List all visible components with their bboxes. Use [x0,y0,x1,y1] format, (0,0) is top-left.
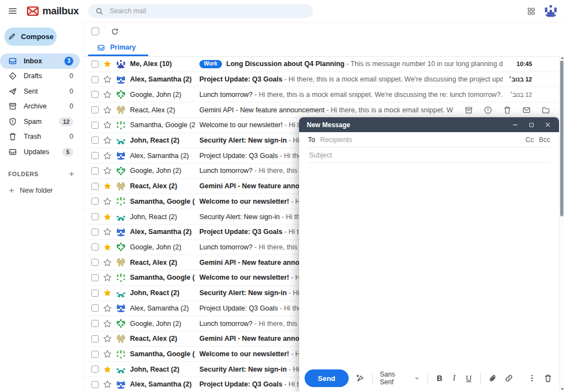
sidebar-item-sent[interactable]: Sent0 [0,84,80,99]
recipients-input[interactable] [319,135,522,144]
bold-button[interactable]: B [435,374,444,383]
delete-icon[interactable] [503,106,512,115]
row-checkbox[interactable] [91,351,99,358]
row-checkbox[interactable] [91,335,99,342]
row-checkbox[interactable] [91,91,99,98]
sidebar-item-inbox[interactable]: Inbox3 [0,53,80,69]
pen-sparkle-icon[interactable] [356,374,365,383]
row-checkbox[interactable] [91,290,99,297]
report-spam-icon[interactable] [484,106,492,115]
scroll-down-arrow[interactable] [561,388,564,390]
close-icon[interactable] [544,121,551,128]
sidebar-item-trash[interactable]: Trash0 [0,129,80,145]
add-folder-icon[interactable] [68,171,75,177]
sidebar-item-archive[interactable]: Archive0 [0,99,80,115]
sidebar-item-label: Sent [24,88,38,95]
sidebar-item-drafts[interactable]: Drafts0 [0,69,80,84]
search-input[interactable] [109,7,306,15]
email-subject: Security Alert: New sign-in [199,213,280,221]
row-checkbox[interactable] [91,381,99,388]
row-checkbox[interactable] [91,228,99,236]
row-checkbox[interactable] [91,304,99,312]
more-options-icon[interactable] [528,374,536,383]
sidebar-item-label: Drafts [24,72,42,80]
row-checkbox[interactable] [91,76,99,83]
star-icon[interactable] [103,106,112,115]
star-icon[interactable] [103,350,112,358]
row-checkbox[interactable] [91,243,99,251]
cc-button[interactable]: Cc [525,136,534,144]
row-checkbox[interactable] [91,106,99,113]
row-checkbox[interactable] [91,167,99,175]
row-checkbox[interactable] [91,213,99,220]
star-icon[interactable] [103,243,112,252]
row-checkbox[interactable] [91,366,99,373]
search-bar[interactable] [88,4,313,18]
scroll-up-arrow[interactable] [561,57,564,59]
archive-icon[interactable] [464,106,473,115]
subject-input[interactable] [308,151,550,160]
mark-read-icon[interactable] [522,106,531,115]
link-icon[interactable] [505,374,513,383]
compose-window-header[interactable]: New Message [299,117,559,132]
tab-primary[interactable]: Primary [88,40,148,56]
star-icon[interactable] [103,304,112,313]
refresh-icon[interactable] [111,28,119,36]
star-icon[interactable] [103,136,112,145]
hamburger-menu-icon[interactable] [6,4,20,18]
star-icon[interactable] [103,213,112,221]
list-scrollbar[interactable] [559,55,564,392]
discard-draft-icon[interactable] [544,374,552,383]
sidebar-item-spam[interactable]: Spam12 [0,114,80,129]
scrollbar-thumb[interactable] [560,61,563,216]
sender-name: Alex, Samantha (2) [130,380,195,388]
email-row[interactable]: Alex, Samantha (2) Project Update: Q3 Go… [84,72,559,88]
row-checkbox[interactable] [91,122,99,129]
star-icon[interactable] [103,166,112,175]
row-checkbox[interactable] [91,274,99,281]
email-row[interactable]: Me, Alex (10) Work Long Discussion about… [84,57,559,72]
new-folder-button[interactable]: New folder [0,187,83,194]
row-checkbox[interactable] [91,259,99,266]
star-icon[interactable] [103,319,112,328]
compose-button[interactable]: Compose [4,28,57,46]
row-checkbox[interactable] [91,320,99,327]
star-icon[interactable] [103,288,112,297]
star-icon[interactable] [103,258,112,267]
star-icon[interactable] [103,151,112,160]
font-selector[interactable]: Sans Serif [380,371,420,386]
send-button[interactable]: Send [305,369,349,387]
row-checkbox[interactable] [91,61,99,68]
row-checkbox[interactable] [91,137,99,144]
attachment-icon[interactable] [488,374,497,383]
email-row[interactable]: Google, John (2) Lunch tomorrow? - Hi th… [84,87,559,102]
email-row[interactable]: React, Alex (2) Gemini API - New feature… [84,102,559,118]
star-icon[interactable] [103,90,112,99]
maximize-icon[interactable] [528,122,535,128]
row-checkbox[interactable] [91,183,99,190]
email-subject: Project Update: Q3 Goals [199,228,283,236]
sidebar-item-updates[interactable]: Updates5 [0,144,80,160]
bcc-button[interactable]: Bcc [539,136,550,144]
star-icon[interactable] [103,75,112,84]
star-icon[interactable] [103,59,112,68]
star-icon[interactable] [103,197,112,206]
apps-grid-icon[interactable] [527,7,536,16]
star-icon[interactable] [103,273,112,282]
star-icon[interactable] [103,365,112,374]
underline-button[interactable]: U [464,374,473,383]
star-icon[interactable] [103,182,112,190]
compose-body[interactable] [299,163,559,367]
select-all-checkbox[interactable] [91,28,99,35]
label-badge: Work [199,60,222,68]
italic-button[interactable]: I [451,374,457,383]
star-icon[interactable] [103,227,112,236]
star-icon[interactable] [103,121,112,129]
minimize-icon[interactable] [512,121,519,128]
user-avatar[interactable] [544,4,557,18]
move-to-icon[interactable] [541,106,550,115]
row-checkbox[interactable] [91,152,99,159]
star-icon[interactable] [103,380,112,389]
row-checkbox[interactable] [91,198,99,205]
star-icon[interactable] [103,334,112,343]
